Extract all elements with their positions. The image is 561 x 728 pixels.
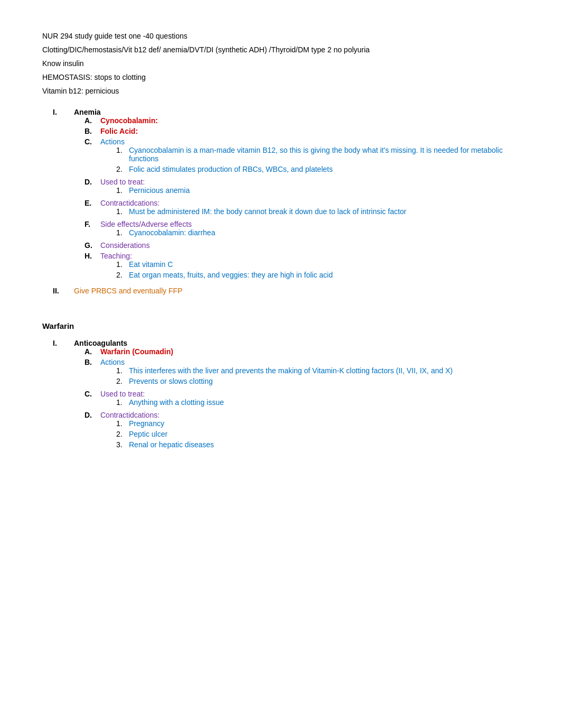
warfarin-contraindications-content: Contractidcations: 1. Pregnancy 2. Pepti… bbox=[100, 411, 519, 451]
action-c-1-num: 1. bbox=[116, 146, 129, 154]
teaching-subitems: 1. Eat vitamin C 2. Eat organ meats, fru… bbox=[116, 260, 519, 279]
side-effects-1: 1. Cyanocobalamin: diarrhea bbox=[116, 228, 519, 237]
cynocobalamin-text: Cynocobalamin: bbox=[100, 116, 158, 125]
roman-numeral-ii: II. bbox=[53, 287, 74, 295]
warfarin-action-2-text: Prevents or slows clotting bbox=[129, 377, 213, 385]
contraindications-e-1-num: 1. bbox=[116, 207, 129, 216]
warfarin-used-to-treat-subitems: 1. Anything with a clotting issue bbox=[116, 398, 519, 407]
alpha-label-e: E. bbox=[85, 199, 100, 207]
alpha-d: D. Used to treat: 1. Pernicious anemia bbox=[85, 178, 519, 197]
warfarin-roman-i: I. Anticoagulants A. Warfarin (Coumadin)… bbox=[53, 339, 519, 453]
warfarin-actions-content: Actions 1. This interferes with the live… bbox=[100, 358, 519, 388]
roman-ii-prbcs: II. Give PRBCS and eventually FFP bbox=[53, 287, 519, 295]
warfarin-contraindication-2: 2. Peptic ulcer bbox=[116, 430, 519, 438]
warfarin-coumadin-text: Warfarin (Coumadin) bbox=[100, 347, 173, 356]
side-effects-subitems: 1. Cyanocobalamin: diarrhea bbox=[116, 228, 519, 237]
alpha-f: F. Side effects/Adverse effects 1. Cyano… bbox=[85, 220, 519, 239]
contraindications-e-subitems: 1. Must be administered IM: the body can… bbox=[116, 207, 519, 216]
teaching-2-num: 2. bbox=[116, 271, 129, 279]
anemia-roman-list: I. Anemia A. Cynocobalamin: B. Folic Aci… bbox=[53, 108, 519, 295]
used-to-treat-1: 1. Pernicious anemia bbox=[116, 186, 519, 195]
contraindications-e-1-text: Must be administered IM: the body cannot… bbox=[129, 207, 406, 216]
used-to-treat-text: Used to treat: bbox=[100, 178, 145, 186]
warfarin-contraindications-subitems: 1. Pregnancy 2. Peptic ulcer 3. Renal or… bbox=[116, 419, 519, 449]
action-c-1-text: Cyanocobalamin is a man-made vitamin B12… bbox=[129, 146, 519, 163]
side-effects-1-num: 1. bbox=[116, 228, 129, 237]
header-line-5: Vitamin b12: pernicious bbox=[42, 87, 519, 95]
alpha-b: B. Folic Acid: bbox=[85, 127, 519, 135]
warfarin-header: Warfarin bbox=[42, 321, 519, 330]
anemia-content: Anemia A. Cynocobalamin: B. Folic Acid: … bbox=[74, 108, 519, 283]
used-to-treat-content: Used to treat: 1. Pernicious anemia bbox=[100, 178, 519, 197]
side-effects-content: Side effects/Adverse effects 1. Cyanocob… bbox=[100, 220, 519, 239]
warfarin-contraindication-3-text: Renal or hepatic diseases bbox=[129, 440, 214, 449]
used-to-treat-1-num: 1. bbox=[116, 186, 129, 195]
warfarin-used-to-treat-text: Used to treat: bbox=[100, 390, 145, 398]
header-line-1: NUR 294 study guide test one -40 questio… bbox=[42, 32, 519, 40]
warfarin-alpha-label-b: B. bbox=[85, 358, 100, 366]
warfarin-alpha-b: B. Actions 1. This interferes with the l… bbox=[85, 358, 519, 388]
warfarin-section: Warfarin I. Anticoagulants A. Warfarin (… bbox=[42, 321, 519, 453]
teaching-2-text: Eat organ meats, fruits, and veggies: th… bbox=[129, 271, 333, 279]
warfarin-alpha-label-a: A. bbox=[85, 347, 100, 356]
prbcs-text: Give PRBCS and eventually FFP bbox=[74, 287, 182, 295]
anemia-alpha-list: A. Cynocobalamin: B. Folic Acid: C. Acti… bbox=[85, 116, 519, 281]
warfarin-alpha-label-d: D. bbox=[85, 411, 100, 419]
warfarin-alpha-list: A. Warfarin (Coumadin) B. Actions 1. Thi… bbox=[85, 347, 519, 451]
alpha-c: C. Actions 1. Cyanocobalamin is a man-ma… bbox=[85, 137, 519, 176]
teaching-1-num: 1. bbox=[116, 260, 129, 269]
alpha-label-d: D. bbox=[85, 178, 100, 186]
teaching-1-text: Eat vitamin C bbox=[129, 260, 173, 269]
warfarin-used-to-treat-1-text: Anything with a clotting issue bbox=[129, 398, 224, 407]
warfarin-action-2: 2. Prevents or slows clotting bbox=[116, 377, 519, 385]
anticoagulants-label: Anticoagulants bbox=[74, 339, 127, 347]
action-c-1: 1. Cyanocobalamin is a man-made vitamin … bbox=[116, 146, 519, 163]
actions-c-text: Actions bbox=[100, 137, 125, 146]
warfarin-used-to-treat-1-num: 1. bbox=[116, 398, 129, 407]
side-effects-1-text: Cyanocobalamin: diarrhea bbox=[129, 228, 215, 237]
alpha-label-f: F. bbox=[85, 220, 100, 228]
alpha-h: H. Teaching: 1. Eat vitamin C 2. Eat org… bbox=[85, 252, 519, 281]
warfarin-used-to-treat-content: Used to treat: 1. Anything with a clotti… bbox=[100, 390, 519, 409]
alpha-a: A. Cynocobalamin: bbox=[85, 116, 519, 125]
warfarin-contraindication-2-text: Peptic ulcer bbox=[129, 430, 167, 438]
warfarin-contraindication-3: 3. Renal or hepatic diseases bbox=[116, 440, 519, 449]
actions-c-subitems: 1. Cyanocobalamin is a man-made vitamin … bbox=[116, 146, 519, 173]
alpha-label-h: H. bbox=[85, 252, 100, 260]
warfarin-action-1: 1. This interferes with the liver and pr… bbox=[116, 366, 519, 375]
contraindications-e-content: Contractidcations: 1. Must be administer… bbox=[100, 199, 519, 218]
warfarin-used-to-treat-1: 1. Anything with a clotting issue bbox=[116, 398, 519, 407]
side-effects-text: Side effects/Adverse effects bbox=[100, 220, 192, 228]
warfarin-contraindications-text: Contractidcations: bbox=[100, 411, 160, 419]
warfarin-contraindication-2-num: 2. bbox=[116, 430, 129, 438]
warfarin-contraindication-1-num: 1. bbox=[116, 419, 129, 428]
warfarin-alpha-label-c: C. bbox=[85, 390, 100, 398]
teaching-content: Teaching: 1. Eat vitamin C 2. Eat organ … bbox=[100, 252, 519, 281]
warfarin-action-1-num: 1. bbox=[116, 366, 129, 375]
warfarin-alpha-d: D. Contractidcations: 1. Pregnancy 2. bbox=[85, 411, 519, 451]
warfarin-contraindication-3-num: 3. bbox=[116, 440, 129, 449]
warfarin-contraindication-1: 1. Pregnancy bbox=[116, 419, 519, 428]
action-c-2-num: 2. bbox=[116, 165, 129, 173]
warfarin-roman-list: I. Anticoagulants A. Warfarin (Coumadin)… bbox=[53, 339, 519, 453]
header-line-3: Know insulin bbox=[42, 59, 519, 68]
alpha-e: E. Contractidcations: 1. Must be adminis… bbox=[85, 199, 519, 218]
warfarin-alpha-a: A. Warfarin (Coumadin) bbox=[85, 347, 519, 356]
action-c-2: 2. Folic acid stimulates production of R… bbox=[116, 165, 519, 173]
warfarin-actions-subitems: 1. This interferes with the liver and pr… bbox=[116, 366, 519, 385]
alpha-g: G. Considerations bbox=[85, 241, 519, 250]
warfarin-actions-text: Actions bbox=[100, 358, 125, 366]
header-line-4: HEMOSTASIS: stops to clotting bbox=[42, 73, 519, 81]
considerations-text: Considerations bbox=[100, 241, 149, 250]
warfarin-action-2-num: 2. bbox=[116, 377, 129, 385]
anemia-label: Anemia bbox=[74, 108, 101, 116]
roman-i-anemia: I. Anemia A. Cynocobalamin: B. Folic Aci… bbox=[53, 108, 519, 283]
alpha-label-c: C. bbox=[85, 137, 100, 146]
action-c-2-text: Folic acid stimulates production of RBCs… bbox=[129, 165, 333, 173]
folic-acid-text: Folic Acid: bbox=[100, 127, 138, 135]
contraindications-e-text: Contractidcations: bbox=[100, 199, 160, 207]
actions-c-content: Actions 1. Cyanocobalamin is a man-made … bbox=[100, 137, 519, 176]
teaching-text: Teaching: bbox=[100, 252, 132, 260]
used-to-treat-subitems: 1. Pernicious anemia bbox=[116, 186, 519, 195]
warfarin-roman-numeral-i: I. bbox=[53, 339, 74, 347]
